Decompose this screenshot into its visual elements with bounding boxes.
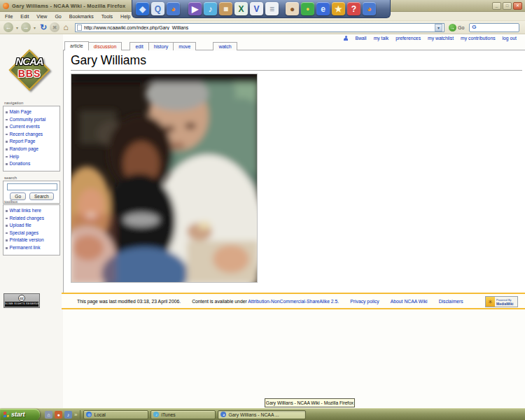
go-label: Go xyxy=(458,25,464,30)
toolbox-item-special-pages[interactable]: Special pages xyxy=(6,230,58,237)
footer-link-disclaimers[interactable]: Disclaimers xyxy=(439,299,463,304)
menu-file[interactable]: File xyxy=(5,14,13,19)
quicklaunch-overflow-icon[interactable]: » xyxy=(74,412,77,418)
tab-discussion[interactable]: discussion xyxy=(88,42,122,50)
reload-icon[interactable]: ↻ xyxy=(38,22,48,32)
url-history-dropdown-icon[interactable]: ▾ xyxy=(435,24,442,31)
my-contributions-link[interactable]: my contributions xyxy=(461,36,496,41)
dock-icon-itunes[interactable]: ♪ xyxy=(204,2,217,15)
back-dropdown-icon[interactable]: ▾ xyxy=(15,25,20,30)
sidebar-item-random-page[interactable]: Random page xyxy=(6,146,58,153)
footer-link-about[interactable]: About NCAA Wiki xyxy=(391,299,428,304)
toolbox-portlet: toolbox What links here Related changes … xyxy=(3,200,60,255)
sidebar-item-report-page[interactable]: Report Page xyxy=(6,138,58,146)
task-button-firefox[interactable]: ◕ Gary Willians - NCAA ... xyxy=(218,410,306,419)
dock-icon-internet-explorer[interactable]: e xyxy=(316,2,330,15)
mediawiki-flower-icon: ✳ xyxy=(486,297,495,307)
navigation-portlet: navigation Main Page Community portal Cu… xyxy=(3,101,60,172)
sidebar-item-main-page[interactable]: Main Page xyxy=(6,108,58,116)
menu-help[interactable]: Help xyxy=(120,14,130,19)
quicklaunch-volume-icon[interactable]: ♪ xyxy=(64,411,72,419)
toolbox-item-permanent-link[interactable]: Permanent link xyxy=(6,244,58,252)
preferences-link[interactable]: preferences xyxy=(396,36,421,41)
windows-flag-icon xyxy=(4,412,9,418)
dock-icon-messenger[interactable]: • xyxy=(301,2,314,15)
close-button[interactable]: ✕ xyxy=(513,2,522,10)
mediawiki-badge-line2: MediaWiki xyxy=(496,302,517,306)
task-button-local-label: Local xyxy=(94,412,105,417)
web-search-input[interactable] xyxy=(478,25,517,30)
dock-icon-media-player[interactable]: ▶ xyxy=(188,2,202,15)
task-button-firefox-label: Gary Willians - NCAA ... xyxy=(228,412,279,417)
maximize-button[interactable]: □ xyxy=(503,2,512,10)
search-input[interactable] xyxy=(7,183,57,190)
toolbox-links: What links here Related changes Upload f… xyxy=(3,204,60,255)
my-talk-link[interactable]: my talk xyxy=(374,36,389,41)
desktop-dock: ◆ Q ◕ ▶ ♪ ■ X V ≡ ● • e ★ ? ◕ xyxy=(132,0,391,18)
sidebar-item-community-portal[interactable]: Community portal xyxy=(6,116,58,124)
license-link[interactable]: Attribution-NonCommercial-ShareAlike 2.5… xyxy=(248,299,339,304)
dock-icon-excel[interactable]: X xyxy=(234,2,248,15)
menu-bookmarks[interactable]: Bookmarks xyxy=(69,14,94,19)
dock-icon-shield[interactable]: ★ xyxy=(332,2,345,15)
menu-tools[interactable]: Tools xyxy=(102,14,113,19)
web-search-bar: G xyxy=(469,23,519,32)
start-button[interactable]: start xyxy=(0,409,40,420)
tab-move[interactable]: move xyxy=(173,42,196,50)
url-input[interactable] xyxy=(84,24,433,31)
creative-commons-badge[interactable]: cc SOME RIGHTS RESERVED xyxy=(4,293,40,308)
stop-icon[interactable]: ✖ xyxy=(50,22,59,32)
sidebar-item-recent-changes[interactable]: Recent changes xyxy=(6,131,58,139)
dock-icon-diamond[interactable]: ◆ xyxy=(136,2,149,15)
tab-article[interactable]: article xyxy=(64,41,89,50)
tab-edit[interactable]: edit xyxy=(130,42,148,50)
dock-icon-firefox-2[interactable]: ◕ xyxy=(363,2,376,15)
sidebar-item-donations[interactable]: Donations xyxy=(6,160,58,168)
home-icon[interactable]: ⌂ xyxy=(61,22,71,32)
taskbar: start ⌂ ● ♪ » ◎ Local ♪ iTunes ◕ Gary Wi… xyxy=(0,408,525,420)
sidebar-item-help[interactable]: Help xyxy=(6,153,58,161)
go-button[interactable]: → Go xyxy=(449,24,464,31)
task-button-itunes-label: iTunes xyxy=(161,412,175,417)
toolbox-label: toolbox xyxy=(3,200,60,204)
dock-icon-quicktime[interactable]: Q xyxy=(151,2,164,15)
task-button-itunes[interactable]: ♪ iTunes xyxy=(150,410,216,419)
logo-text-bottom: BBS xyxy=(4,68,55,79)
dock-icon-help[interactable]: ? xyxy=(347,2,360,15)
dock-icon-firefox[interactable]: ◕ xyxy=(167,2,180,15)
dock-icon-coffee[interactable]: ● xyxy=(286,2,299,15)
page-favicon xyxy=(77,24,82,31)
menu-view[interactable]: View xyxy=(36,14,47,19)
forward-icon[interactable]: → xyxy=(21,22,31,32)
article-content: Gary Williams xyxy=(63,50,525,293)
task-button-local[interactable]: ◎ Local xyxy=(83,410,148,419)
menu-edit[interactable]: Edit xyxy=(20,14,29,19)
back-icon[interactable]: ← xyxy=(4,22,13,32)
logo-text-top: NCAA xyxy=(4,55,55,67)
wiki-logo[interactable]: NCAA BBS xyxy=(4,51,55,92)
my-watchlist-link[interactable]: my watchlist xyxy=(428,36,454,41)
browser-viewport: Bwall my talk preferences my watchlist m… xyxy=(0,34,525,408)
sidebar-item-current-events[interactable]: Current events xyxy=(6,123,58,131)
license-text: Content is available under Attribution-N… xyxy=(192,299,339,304)
mediawiki-badge[interactable]: ✳ Powered By MediaWiki xyxy=(485,296,518,307)
toolbox-item-related-changes[interactable]: Related changes xyxy=(6,215,58,223)
footer-link-privacy-policy[interactable]: Privacy policy xyxy=(350,299,379,304)
quicklaunch-show-desktop-icon[interactable]: ⌂ xyxy=(45,411,52,419)
toolbox-item-upload-file[interactable]: Upload file xyxy=(6,222,58,230)
dock-icon-photos[interactable]: ■ xyxy=(219,2,232,15)
minimize-button[interactable]: _ xyxy=(492,2,501,10)
tab-watch[interactable]: watch xyxy=(213,42,237,50)
dock-icon-notepad[interactable]: ≡ xyxy=(265,2,279,15)
forward-dropdown-icon[interactable]: ▾ xyxy=(32,25,37,30)
log-out-link[interactable]: log out xyxy=(503,36,517,41)
toolbox-item-what-links-here[interactable]: What links here xyxy=(6,207,58,215)
username-link[interactable]: Bwall xyxy=(355,36,366,41)
menu-go[interactable]: Go xyxy=(55,14,61,19)
quick-launch: ⌂ ● ♪ » xyxy=(42,410,80,419)
tab-history[interactable]: history xyxy=(148,42,174,50)
dock-icon-visio[interactable]: V xyxy=(250,2,263,15)
go-arrow-icon: → xyxy=(449,24,456,31)
quicklaunch-browser-icon[interactable]: ● xyxy=(55,411,62,419)
toolbox-item-printable-version[interactable]: Printable version xyxy=(6,237,58,244)
